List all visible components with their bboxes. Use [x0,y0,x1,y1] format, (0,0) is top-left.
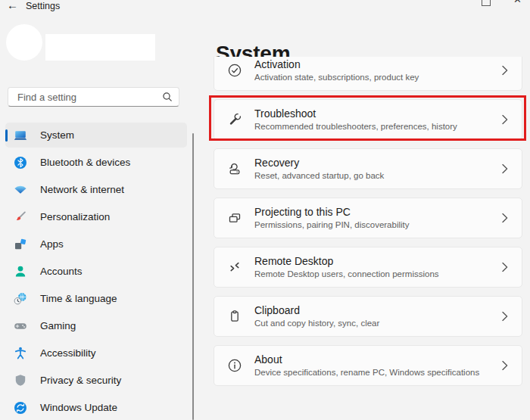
apps-icon [13,237,28,252]
search-input[interactable] [16,91,159,104]
gaming-icon [13,319,28,334]
sidebar-item-personalization[interactable]: Personalization [5,204,187,229]
network-icon [13,182,28,198]
row-title: Clipboard [254,304,379,317]
row-title: About [254,353,479,366]
row-subtitle: Device specifications, rename PC, Window… [254,367,479,378]
windows-update-icon [13,400,28,415]
info-circle-icon [227,358,242,373]
selected-indicator-pill [5,129,8,142]
row-title: Troubleshoot [254,107,457,120]
sidebar-item-label: Network & internet [40,184,124,195]
sidebar-item-label: Bluetooth & devices [40,157,130,168]
accounts-icon [13,264,28,279]
sidebar-item-label: Accessibility [40,347,96,359]
sidebar-item-label: Windows Update [40,402,117,413]
sidebar-item-time-language[interactable]: Time & language [5,286,187,311]
sidebar-item-label: Time & language [40,293,117,304]
privacy-icon [13,373,28,388]
settings-row-remote-desktop[interactable]: Remote Desktop Remote Desktop users, con… [214,247,522,288]
accessibility-icon [13,346,28,361]
avatar [6,24,42,61]
chevron-right-icon [502,312,508,322]
chevron-right-icon [502,213,508,223]
row-title: Projecting to this PC [254,206,410,219]
sidebar-item-accounts[interactable]: Accounts [5,259,187,284]
row-subtitle: Cut and copy history, sync, clear [254,318,379,328]
profile-name-redacted [45,34,155,61]
search-box[interactable] [8,87,179,107]
clipboard-icon [227,309,242,324]
row-subtitle: Permissions, pairing PIN, discoverabilit… [254,219,410,230]
back-button[interactable]: ← [7,0,18,11]
sidebar-item-label: Apps [40,238,64,250]
chevron-right-icon [502,263,508,272]
maximize-button[interactable] [482,0,491,6]
sidebar-item-label: Accounts [40,266,83,277]
row-title: Recovery [254,157,384,170]
sidebar-item-privacy-security[interactable]: Privacy & security [5,368,187,393]
sidebar-item-label: System [40,129,74,141]
sidebar-item-windows-update[interactable]: Windows Update [5,395,187,420]
chevron-right-icon [502,66,508,76]
remote-arrows-icon [227,260,242,275]
checkmark-circle-icon [227,63,242,78]
close-button[interactable]: ✕ [513,0,522,5]
row-title: Activation [254,58,419,71]
sidebar-item-system[interactable]: System [5,123,187,148]
settings-row-about[interactable]: About Device specifications, rename PC, … [214,345,522,386]
chevron-right-icon [502,115,508,125]
row-subtitle: Activation state, subscriptions, product… [254,72,419,82]
settings-row-activation[interactable]: Activation Activation state, subscriptio… [214,57,522,91]
settings-row-troubleshoot[interactable]: Troubleshoot Recommended troubleshooters… [214,99,522,140]
sidebar-item-label: Personalization [40,211,110,222]
sidebar-item-apps[interactable]: Apps [5,232,187,257]
wrench-icon [227,112,242,127]
row-subtitle: Recommended troubleshooters, preferences… [254,121,457,132]
row-title: Remote Desktop [254,255,439,268]
recovery-arrow-icon [227,161,242,176]
chevron-right-icon [502,164,508,174]
bluetooth-icon [13,155,28,170]
settings-list: Activation Activation state, subscriptio… [204,57,530,420]
row-subtitle: Reset, advanced startup, go back [254,170,384,181]
chevron-right-icon [502,361,508,371]
personalization-icon [13,210,28,225]
row-subtitle: Remote Desktop users, connection permiss… [254,269,439,279]
search-icon [162,92,173,102]
settings-row-recovery[interactable]: Recovery Reset, advanced startup, go bac… [214,148,522,189]
sidebar-item-label: Privacy & security [40,375,121,386]
sidebar-nav: System Bluetooth & devices Network & int… [5,123,187,420]
system-icon [13,128,28,143]
settings-row-clipboard[interactable]: Clipboard Cut and copy history, sync, cl… [214,296,522,337]
sidebar-item-label: Gaming [40,320,76,331]
nav-scrollbar[interactable] [192,133,194,420]
settings-row-projecting-to-this-pc[interactable]: Projecting to this PC Permissions, pairi… [214,198,522,238]
sidebar-item-network-internet[interactable]: Network & internet [5,177,187,202]
window-title: Settings [26,1,60,11]
sidebar-item-accessibility[interactable]: Accessibility [5,341,187,366]
sidebar-item-gaming[interactable]: Gaming [5,313,187,338]
projecting-screens-icon [227,210,242,226]
time-language-icon [13,291,28,306]
sidebar-item-bluetooth-devices[interactable]: Bluetooth & devices [5,150,187,175]
